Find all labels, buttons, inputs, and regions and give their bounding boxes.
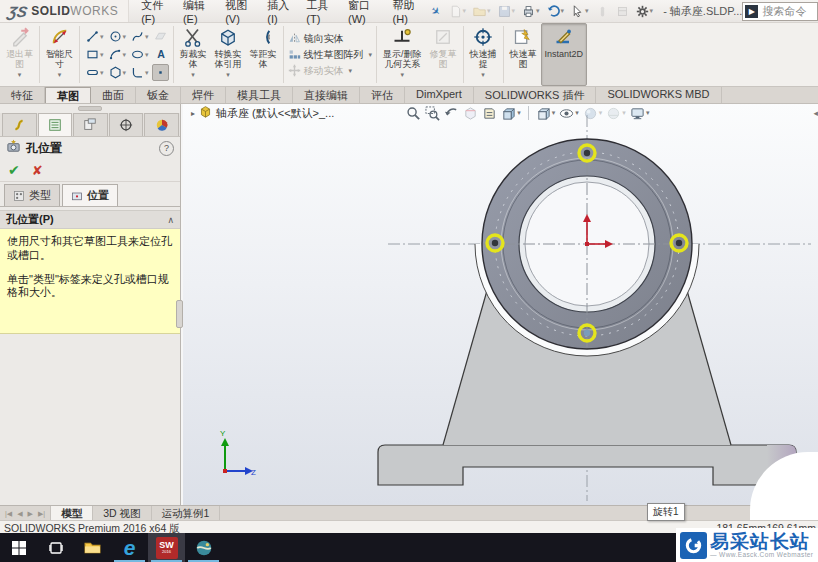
sketch-point-tool[interactable] [152,64,169,81]
ribbon-mirror-entities-button[interactable]: 镜向实体 [288,32,373,46]
zoom-fit-button[interactable] [406,106,421,121]
sketch-spline-tool[interactable]: ▾ [129,28,151,45]
breadcrumb-expand-icon[interactable]: ▸ [191,109,195,118]
menu-item-4[interactable]: 工具(T) [300,0,340,28]
tab-nav-button[interactable]: ◀ [15,510,24,518]
undo-button[interactable]: ▾ [545,4,567,19]
feature-tooltip: 旋转1 [647,503,685,521]
hide-show-items-button[interactable]: ▾ [559,106,579,121]
tab-SOLIDWORKS 插件[interactable]: SOLIDWORKS 插件 [474,87,597,103]
options-gear-button[interactable]: ▾ [634,4,656,19]
tab-钣金[interactable]: 钣金 [136,87,181,103]
zoom-area-button[interactable] [425,106,440,121]
sketch-entity-grid: ▾▾▾▾▾▾A▾▾▾ [82,23,171,86]
ds-logo-glyph: ƷS [6,3,29,20]
ribbon-display-relations-button[interactable]: 显示/删除几何关系▾ [379,23,426,86]
sketch-slot-tool[interactable]: ▾ [84,64,106,81]
cancel-button[interactable]: ✘ [32,163,43,178]
breadcrumb[interactable]: ▸ 轴承座 (默认<<默认>_... [191,104,334,122]
select-arrow-button[interactable]: ▾ [569,4,591,19]
ribbon-exit-sketch-button: 退出草图▾ [2,23,37,86]
menu-item-5[interactable]: 窗口(W) [342,0,385,28]
tab-焊件[interactable]: 焊件 [181,87,226,103]
display-style-button[interactable]: ▾ [536,106,556,121]
breadcrumb-text: 轴承座 (默认<<默认>_... [216,106,334,121]
pin-menu-icon[interactable]: ✈ [428,3,443,19]
view-settings-button[interactable]: ▾ [630,106,650,121]
tab-SOLIDWORKS MBD[interactable]: SOLIDWORKS MBD [596,87,721,103]
sketch-circle-tool[interactable]: ▾ [107,28,129,45]
sketch-line-tool[interactable]: ▾ [84,28,106,45]
sketch-fillet-tool[interactable]: ▾ [129,64,151,81]
ribbon-trim-entities-button[interactable]: 剪裁实体▾ [176,23,211,86]
display-manager-tab[interactable] [144,113,179,136]
task-pane-expand-icon[interactable]: ◂ [813,108,818,118]
doc-tab-3D 视图[interactable]: 3D 视图 [93,506,151,521]
subtab-位置[interactable]: 位置 [62,184,118,206]
collapse-chevron-icon[interactable]: ∧ [167,215,174,225]
sketch-arc-tool[interactable]: ▾ [107,46,129,63]
tab-特征[interactable]: 特征 [0,87,45,103]
doc-tab-模型[interactable]: 模型 [51,506,93,521]
title-bar: ƷS SOLIDWORKS 文件(F)编辑(E)视图(V)插入(I)工具(T)窗… [0,0,818,23]
ribbon-quick-snaps-button[interactable]: 快速捕捉▾ [466,23,501,86]
sketch-polygon-tool[interactable]: ▾ [107,64,129,81]
sketch-text-tool[interactable]: A [152,46,169,63]
doc-tab-运动算例1[interactable]: 运动算例1 [152,506,221,521]
solidworks-app-button[interactable]: SW2016 [148,533,185,562]
ribbon-move-entities-button: 移动实体▾ [288,64,373,78]
help-button[interactable]: ? [159,141,174,156]
menu-item-1[interactable]: 编辑(E) [177,0,217,28]
apply-scene-button: ▾ [606,106,626,121]
windows-start-button[interactable] [0,533,37,562]
print-button[interactable]: ▾ [520,4,542,19]
edge-browser-button[interactable]: e [111,533,148,562]
ribbon-rapid-sketch-button[interactable]: 快速草图 [506,23,541,86]
panel-resize-handle[interactable] [0,103,180,113]
view-orientation-button[interactable]: ▾ [501,106,521,121]
menu-item-2[interactable]: 视图(V) [219,0,259,28]
file-explorer-button[interactable] [74,533,111,562]
annotation-view-button[interactable] [482,106,497,121]
feature-tree-tab[interactable] [2,113,37,136]
ribbon-smart-dimension-button[interactable]: 智能尺寸▾ [42,23,77,86]
ribbon-instant2d-button[interactable]: Instant2D [541,23,588,86]
menu-item-3[interactable]: 插入(I) [261,0,298,28]
search-dropdown-icon[interactable]: ▶ [745,5,758,18]
graphics-viewport[interactable]: Y Z ▸ 轴承座 (默认<<默认>_... ▾▾▾▾▾▾ ◂ [180,103,818,505]
hole-position-group-header[interactable]: 孔位置(P) ∧ [0,210,180,229]
dimxpert-manager-tab[interactable] [109,113,144,136]
ribbon-offset-entities-button[interactable]: 等距实体 [246,23,281,86]
tab-DimXpert[interactable]: DimXpert [405,87,474,103]
hint-message-box: 使用尺寸和其它草图工具来定位孔或槽口。 单击"类型"标签来定义孔或槽口规格和大小… [0,229,180,334]
sketch-ellipse-tool[interactable]: ▾ [129,46,151,63]
ribbon-convert-entities-button[interactable]: 转换实体引用▾ [211,23,246,86]
tab-曲面[interactable]: 曲面 [91,87,136,103]
previous-view-button[interactable] [444,106,459,121]
property-manager-tab[interactable] [38,113,73,136]
tab-模具工具[interactable]: 模具工具 [226,87,293,103]
media-app-button[interactable] [185,533,222,562]
task-view-button[interactable] [37,533,74,562]
watermark-subtitle: — Www.Easck.Com Webmaster [710,552,813,559]
subtab-类型[interactable]: 类型 [4,184,60,206]
tab-直接编辑[interactable]: 直接编辑 [293,87,360,103]
menu-item-0[interactable]: 文件(F) [135,0,175,28]
menu-item-6[interactable]: 帮助(H) [387,0,428,28]
watermark: 易采站长站 — Www.Easck.Com Webmaster [676,528,818,562]
configuration-manager-tab[interactable] [73,113,108,136]
ribbon-linear-pattern-button[interactable]: 线性草图阵列▾ [288,48,373,62]
search-commands-box[interactable]: ▶ 搜索命令 [742,2,818,21]
tab-草图[interactable]: 草图 [45,87,91,103]
tab-nav-button[interactable]: |◀ [3,510,14,518]
panel-splitter-handle[interactable] [176,300,183,328]
search-input[interactable]: 搜索命令 [762,4,806,19]
tab-nav-button[interactable]: ▶| [36,510,47,518]
sketch-rectangle-tool[interactable]: ▾ [84,46,106,63]
command-manager-tabs: 特征草图曲面钣金焊件模具工具直接编辑评估DimXpertSOLIDWORKS 插… [0,87,818,104]
ok-button[interactable]: ✔ [8,162,20,178]
document-title: - 轴承座.SLDP... [663,4,742,19]
open-file-button: ▾ [471,4,493,19]
tab-nav-button[interactable]: ▶ [26,510,35,518]
tab-评估[interactable]: 评估 [360,87,405,103]
